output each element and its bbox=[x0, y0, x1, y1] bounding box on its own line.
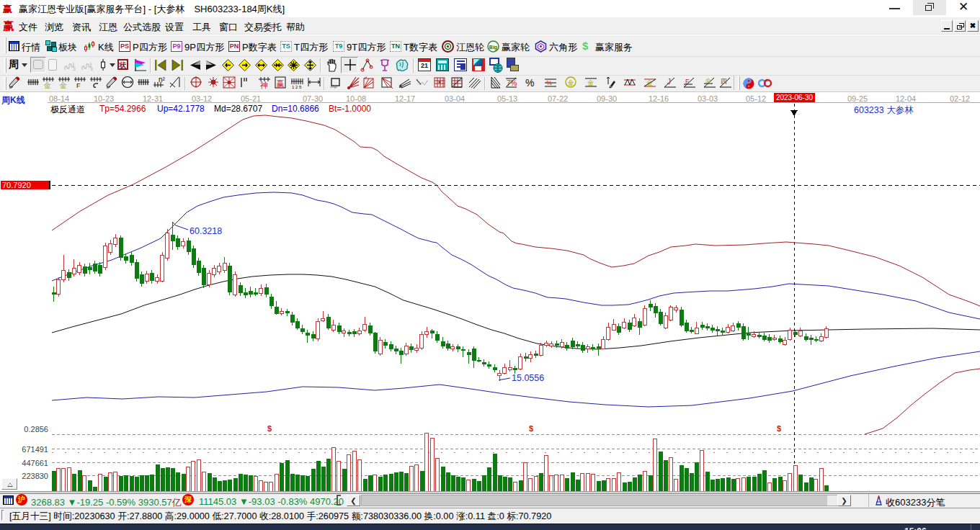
svg-text:F: F bbox=[685, 78, 690, 85]
svg-text:神: 神 bbox=[260, 81, 268, 89]
svg-text:3: 3 bbox=[73, 66, 76, 71]
svg-text:Big: Big bbox=[489, 45, 497, 50]
svg-text:7%: 7% bbox=[507, 79, 517, 87]
svg-text:金: 金 bbox=[59, 81, 67, 89]
svg-text:金: 金 bbox=[43, 81, 51, 89]
svg-text:%: % bbox=[546, 79, 552, 86]
svg-text:金: 金 bbox=[587, 79, 594, 86]
svg-text:9: 9 bbox=[90, 66, 93, 71]
svg-text:F: F bbox=[76, 82, 81, 89]
svg-text:四: 四 bbox=[721, 78, 727, 85]
svg-text:1 2 5: 1 2 5 bbox=[292, 85, 302, 89]
svg-text:金: 金 bbox=[705, 78, 711, 84]
svg-text:金: 金 bbox=[568, 79, 574, 86]
svg-text:赢: 赢 bbox=[277, 79, 285, 88]
svg-text:n²: n² bbox=[159, 76, 166, 84]
svg-text:J: J bbox=[667, 78, 671, 86]
svg-text:%: % bbox=[525, 77, 534, 89]
